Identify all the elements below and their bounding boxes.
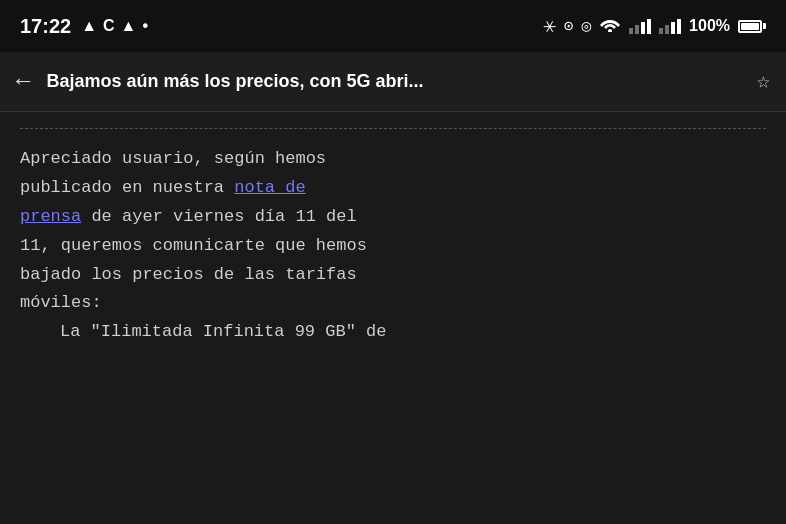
email-line-5: bajado los precios de las tarifas <box>20 261 766 290</box>
status-left: 17:22 ▲ C ▲ • <box>20 15 148 38</box>
status-time: 17:22 <box>20 15 71 38</box>
email-line-6: móviles: <box>20 289 766 318</box>
nav-bar: ← Bajamos aún más los precios, con 5G ab… <box>0 52 786 112</box>
nota-de-prensa-link-2[interactable]: prensa <box>20 207 81 226</box>
email-line-7: La "Ilimitada Infinita 99 GB" de <box>60 318 766 347</box>
email-line-2: publicado en nuestra nota de <box>20 174 766 203</box>
wifi-icon <box>599 16 621 37</box>
email-body: Apreciado usuario, según hemos publicado… <box>20 145 766 347</box>
signal-bars-1 <box>629 19 651 34</box>
email-line-4: 11, queremos comunicarte que hemos <box>20 232 766 261</box>
nav-triangle-icon: ▲ <box>121 17 137 35</box>
svg-point-0 <box>608 29 612 32</box>
favorite-star-button[interactable]: ☆ <box>757 68 770 95</box>
content-divider <box>20 128 766 129</box>
email-subject-title: Bajamos aún más los precios, con 5G abri… <box>46 71 744 92</box>
status-right: ⚹ ⊙ ◎ 100% <box>543 16 766 37</box>
location-icon: ⊙ <box>564 16 574 36</box>
battery-percentage: 100% <box>689 17 730 35</box>
status-bar: 17:22 ▲ C ▲ • ⚹ ⊙ ◎ <box>0 0 786 52</box>
email-content-area: Apreciado usuario, según hemos publicado… <box>0 112 786 524</box>
nav-dot-icon: • <box>142 17 148 35</box>
battery-icon <box>738 20 766 33</box>
signal-bars-2 <box>659 19 681 34</box>
nota-de-prensa-link[interactable]: nota de <box>234 178 305 197</box>
email-line-1: Apreciado usuario, según hemos <box>20 145 766 174</box>
nav-arrow-icon: ▲ <box>81 17 97 35</box>
bluetooth-icon: ⚹ <box>543 17 556 36</box>
email-line-3: prensa de ayer viernes día 11 del <box>20 203 766 232</box>
back-button[interactable]: ← <box>16 68 30 95</box>
status-nav-icons: ▲ C ▲ • <box>81 17 148 35</box>
nav-c-icon: C <box>103 17 115 35</box>
circle-ring-icon: ◎ <box>581 16 591 36</box>
